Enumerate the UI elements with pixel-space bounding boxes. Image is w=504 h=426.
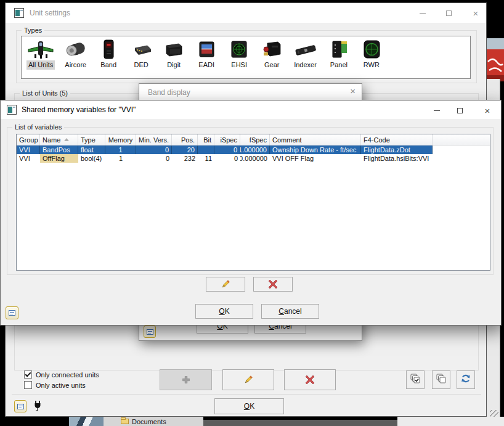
layers-check-icon	[410, 373, 421, 387]
close-button[interactable]: ×	[350, 86, 356, 97]
eadi-icon	[194, 38, 219, 60]
maximize-button[interactable]	[451, 104, 468, 117]
fit-window-button[interactable]	[14, 400, 26, 412]
file-name[interactable]: Documents	[132, 418, 166, 425]
type-label: Digit	[165, 60, 182, 70]
shm-cancel-button[interactable]: Cancel	[261, 304, 319, 319]
cell-type: bool(4)	[78, 154, 105, 163]
type-label: DED	[132, 60, 150, 70]
app-window-icon	[7, 105, 17, 115]
column-header-bit[interactable]: Bit	[198, 134, 214, 145]
delete-unit-button[interactable]	[284, 369, 336, 390]
column-header-ispec[interactable]: iSpec	[214, 134, 240, 145]
cell-fspec: 1.000000	[240, 145, 270, 154]
type-item-indexer[interactable]: Indexer	[292, 38, 319, 70]
check-all-button[interactable]	[406, 371, 425, 389]
edit-variable-button[interactable]	[206, 277, 245, 292]
only-active-units-checkbox-row[interactable]: Only active units	[24, 381, 86, 389]
checkbox[interactable]	[24, 371, 32, 379]
column-header-f4-code[interactable]: F4-Code	[361, 134, 433, 145]
types-group-label: Types	[22, 26, 44, 35]
ded-icon	[129, 38, 153, 60]
ok-button[interactable]: OK	[214, 398, 284, 414]
table-header-row: Group Name Type Memory Min. Vers. Pos. B…	[17, 134, 490, 145]
column-header-group[interactable]: Group	[17, 134, 40, 145]
type-label: Panel	[328, 60, 349, 70]
cell-memory: 1	[105, 145, 136, 154]
type-label: EHSI	[229, 60, 249, 70]
fit-window-icon	[9, 310, 15, 316]
pencil-icon	[221, 279, 230, 289]
type-label: EADI	[197, 60, 216, 70]
close-button[interactable]: ×	[479, 104, 496, 117]
type-label: Gear	[262, 60, 281, 70]
delete-variable-button[interactable]	[253, 277, 293, 292]
type-item-eadi[interactable]: EADI	[194, 38, 219, 70]
type-item-digit[interactable]: Digit	[161, 38, 186, 70]
cell-group: VVI	[17, 154, 40, 163]
type-item-ded[interactable]: DED	[129, 38, 153, 70]
add-unit-button[interactable]	[160, 369, 212, 390]
type-item-gear[interactable]: Gear	[259, 38, 284, 70]
column-header-comment[interactable]: Comment	[270, 134, 361, 145]
window-title: Unit settings	[30, 9, 70, 17]
table-row[interactable]: VVI OffFlag bool(4) 1 0 232 11 0 0.00000…	[17, 154, 490, 163]
column-header-min-vers[interactable]: Min. Vers.	[136, 134, 172, 145]
band-display-titlebar[interactable]: Band display	[139, 84, 362, 101]
ehsi-icon	[227, 38, 251, 60]
cell-f4-code: FlightData.zDot	[361, 145, 433, 154]
digit-icon	[161, 38, 186, 60]
rwr-icon	[359, 38, 384, 60]
minimize-button[interactable]	[428, 104, 445, 117]
cell-comment: VVI OFF Flag	[270, 154, 361, 163]
cell-group: VVI	[17, 145, 40, 154]
column-header-filler	[433, 134, 490, 145]
type-item-band[interactable]: Band	[96, 38, 121, 70]
shared-memory-window: Shared memory variables for "VVI" × List…	[0, 100, 502, 326]
type-item-aircore[interactable]: Aircore	[63, 38, 88, 70]
fit-window-button[interactable]	[144, 326, 156, 338]
type-item-all-units[interactable]: All Units	[26, 38, 55, 70]
refresh-button[interactable]	[457, 371, 475, 389]
all-units-icon	[27, 38, 54, 60]
shm-ok-button[interactable]: OK	[195, 304, 253, 319]
type-label: RWR	[362, 60, 381, 70]
cell-f4-code: FlightData.hsiBits:VVI	[361, 154, 433, 163]
maximize-icon	[446, 10, 452, 16]
column-header-name[interactable]: Name	[40, 134, 78, 145]
maximize-button[interactable]	[440, 7, 457, 19]
column-header-type[interactable]: Type	[78, 134, 105, 145]
table-row[interactable]: VVI BandPos float 1 0 20 0 1.000000 Owns…	[17, 145, 490, 154]
fit-window-icon	[147, 329, 153, 335]
file-list-fragment: Documents	[104, 417, 203, 426]
only-connected-units-checkbox-row[interactable]: Only connected units	[24, 371, 99, 379]
delete-x-icon	[268, 279, 278, 289]
type-item-panel[interactable]: Panel	[327, 38, 351, 70]
type-item-ehsi[interactable]: EHSI	[227, 38, 251, 70]
column-header-pos[interactable]: Pos.	[172, 134, 198, 145]
uncheck-all-button[interactable]	[432, 371, 450, 389]
shared-memory-titlebar[interactable]: Shared memory variables for "VVI"	[1, 100, 501, 119]
fit-window-button[interactable]	[6, 306, 18, 319]
type-item-rwr[interactable]: RWR	[359, 38, 384, 70]
gear-icon	[259, 38, 284, 60]
checkbox-label: Only connected units	[36, 371, 99, 379]
checkbox[interactable]	[24, 381, 32, 389]
cell-comment: Ownship Down Rate - ft/sec	[270, 145, 361, 154]
types-groupbox: Types All Units Aircore	[16, 30, 477, 83]
minimize-button[interactable]	[414, 7, 431, 19]
aircore-icon	[63, 38, 88, 60]
close-button[interactable]: ×	[467, 7, 484, 19]
column-header-fspec[interactable]: fSpec	[240, 134, 270, 145]
cell-bit: 11	[198, 154, 214, 163]
cell-name: OffFlag	[40, 154, 78, 163]
panel-icon	[327, 38, 351, 60]
ok-button-label: OK	[196, 307, 253, 316]
edit-unit-button[interactable]	[222, 369, 274, 390]
ok-button-label: OK	[215, 402, 283, 411]
cell-min-vers: 0	[136, 145, 172, 154]
desktop-wallpaper-fragment	[487, 38, 504, 81]
cell-type: float	[78, 145, 105, 154]
cell-filler	[433, 154, 490, 163]
column-header-memory[interactable]: Memory	[105, 134, 136, 145]
